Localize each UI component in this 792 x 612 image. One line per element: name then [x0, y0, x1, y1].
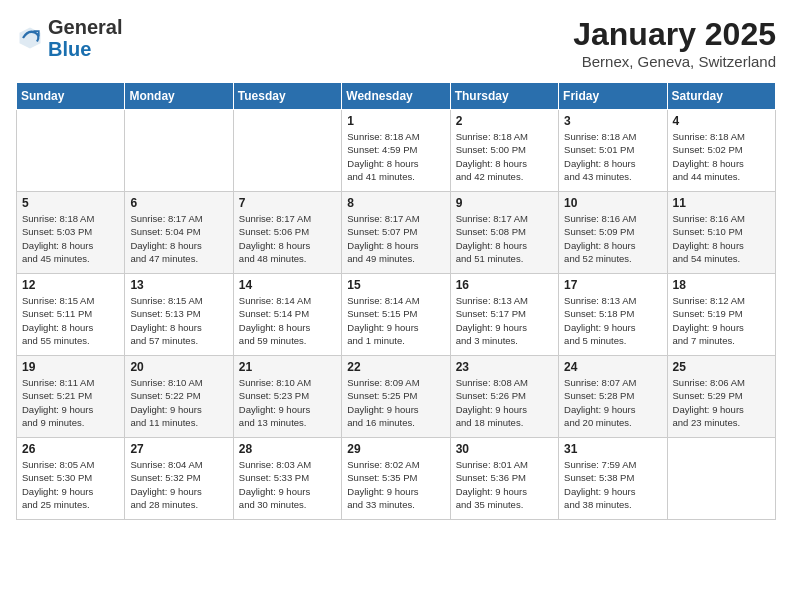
calendar-cell: 15Sunrise: 8:14 AM Sunset: 5:15 PM Dayli…: [342, 274, 450, 356]
day-info: Sunrise: 8:18 AM Sunset: 5:02 PM Dayligh…: [673, 130, 770, 183]
day-info: Sunrise: 8:05 AM Sunset: 5:30 PM Dayligh…: [22, 458, 119, 511]
day-number: 22: [347, 360, 444, 374]
day-number: 27: [130, 442, 227, 456]
day-number: 2: [456, 114, 553, 128]
header-day: Tuesday: [233, 83, 341, 110]
calendar-cell: 14Sunrise: 8:14 AM Sunset: 5:14 PM Dayli…: [233, 274, 341, 356]
calendar-cell: [233, 110, 341, 192]
day-number: 23: [456, 360, 553, 374]
calendar-cell: 16Sunrise: 8:13 AM Sunset: 5:17 PM Dayli…: [450, 274, 558, 356]
day-number: 1: [347, 114, 444, 128]
calendar-cell: 9Sunrise: 8:17 AM Sunset: 5:08 PM Daylig…: [450, 192, 558, 274]
calendar-week-row: 1Sunrise: 8:18 AM Sunset: 4:59 PM Daylig…: [17, 110, 776, 192]
logo-text: General Blue: [48, 16, 122, 60]
day-number: 11: [673, 196, 770, 210]
header-day: Wednesday: [342, 83, 450, 110]
calendar-subtitle: Bernex, Geneva, Switzerland: [573, 53, 776, 70]
day-number: 16: [456, 278, 553, 292]
day-number: 7: [239, 196, 336, 210]
calendar-body: 1Sunrise: 8:18 AM Sunset: 4:59 PM Daylig…: [17, 110, 776, 520]
logo-icon: [16, 24, 44, 52]
day-info: Sunrise: 8:17 AM Sunset: 5:08 PM Dayligh…: [456, 212, 553, 265]
header-day: Thursday: [450, 83, 558, 110]
header-row: SundayMondayTuesdayWednesdayThursdayFrid…: [17, 83, 776, 110]
day-info: Sunrise: 8:11 AM Sunset: 5:21 PM Dayligh…: [22, 376, 119, 429]
day-info: Sunrise: 8:13 AM Sunset: 5:17 PM Dayligh…: [456, 294, 553, 347]
day-number: 6: [130, 196, 227, 210]
day-number: 14: [239, 278, 336, 292]
day-number: 28: [239, 442, 336, 456]
calendar-week-row: 12Sunrise: 8:15 AM Sunset: 5:11 PM Dayli…: [17, 274, 776, 356]
day-info: Sunrise: 8:04 AM Sunset: 5:32 PM Dayligh…: [130, 458, 227, 511]
day-info: Sunrise: 7:59 AM Sunset: 5:38 PM Dayligh…: [564, 458, 661, 511]
calendar-cell: 1Sunrise: 8:18 AM Sunset: 4:59 PM Daylig…: [342, 110, 450, 192]
calendar-cell: 27Sunrise: 8:04 AM Sunset: 5:32 PM Dayli…: [125, 438, 233, 520]
title-block: January 2025 Bernex, Geneva, Switzerland: [573, 16, 776, 70]
day-number: 29: [347, 442, 444, 456]
calendar-cell: 10Sunrise: 8:16 AM Sunset: 5:09 PM Dayli…: [559, 192, 667, 274]
day-number: 15: [347, 278, 444, 292]
day-number: 20: [130, 360, 227, 374]
day-info: Sunrise: 8:09 AM Sunset: 5:25 PM Dayligh…: [347, 376, 444, 429]
page-header: General Blue January 2025 Bernex, Geneva…: [16, 16, 776, 70]
calendar-cell: 3Sunrise: 8:18 AM Sunset: 5:01 PM Daylig…: [559, 110, 667, 192]
day-info: Sunrise: 8:02 AM Sunset: 5:35 PM Dayligh…: [347, 458, 444, 511]
day-number: 18: [673, 278, 770, 292]
day-info: Sunrise: 8:16 AM Sunset: 5:10 PM Dayligh…: [673, 212, 770, 265]
day-number: 31: [564, 442, 661, 456]
calendar-cell: 30Sunrise: 8:01 AM Sunset: 5:36 PM Dayli…: [450, 438, 558, 520]
day-number: 24: [564, 360, 661, 374]
calendar-cell: [125, 110, 233, 192]
day-info: Sunrise: 8:14 AM Sunset: 5:15 PM Dayligh…: [347, 294, 444, 347]
calendar-cell: 26Sunrise: 8:05 AM Sunset: 5:30 PM Dayli…: [17, 438, 125, 520]
day-info: Sunrise: 8:17 AM Sunset: 5:07 PM Dayligh…: [347, 212, 444, 265]
day-info: Sunrise: 8:17 AM Sunset: 5:06 PM Dayligh…: [239, 212, 336, 265]
calendar-cell: 17Sunrise: 8:13 AM Sunset: 5:18 PM Dayli…: [559, 274, 667, 356]
calendar-cell: [17, 110, 125, 192]
day-info: Sunrise: 8:06 AM Sunset: 5:29 PM Dayligh…: [673, 376, 770, 429]
calendar-cell: 12Sunrise: 8:15 AM Sunset: 5:11 PM Dayli…: [17, 274, 125, 356]
day-number: 17: [564, 278, 661, 292]
calendar-week-row: 5Sunrise: 8:18 AM Sunset: 5:03 PM Daylig…: [17, 192, 776, 274]
calendar-cell: 21Sunrise: 8:10 AM Sunset: 5:23 PM Dayli…: [233, 356, 341, 438]
calendar-cell: 29Sunrise: 8:02 AM Sunset: 5:35 PM Dayli…: [342, 438, 450, 520]
day-number: 9: [456, 196, 553, 210]
day-info: Sunrise: 8:16 AM Sunset: 5:09 PM Dayligh…: [564, 212, 661, 265]
calendar-cell: 19Sunrise: 8:11 AM Sunset: 5:21 PM Dayli…: [17, 356, 125, 438]
day-info: Sunrise: 8:17 AM Sunset: 5:04 PM Dayligh…: [130, 212, 227, 265]
day-info: Sunrise: 8:14 AM Sunset: 5:14 PM Dayligh…: [239, 294, 336, 347]
day-info: Sunrise: 8:08 AM Sunset: 5:26 PM Dayligh…: [456, 376, 553, 429]
day-number: 21: [239, 360, 336, 374]
day-info: Sunrise: 8:18 AM Sunset: 4:59 PM Dayligh…: [347, 130, 444, 183]
day-number: 12: [22, 278, 119, 292]
calendar-cell: 31Sunrise: 7:59 AM Sunset: 5:38 PM Dayli…: [559, 438, 667, 520]
logo: General Blue: [16, 16, 122, 60]
calendar-cell: 22Sunrise: 8:09 AM Sunset: 5:25 PM Dayli…: [342, 356, 450, 438]
calendar-cell: 8Sunrise: 8:17 AM Sunset: 5:07 PM Daylig…: [342, 192, 450, 274]
calendar-week-row: 19Sunrise: 8:11 AM Sunset: 5:21 PM Dayli…: [17, 356, 776, 438]
day-info: Sunrise: 8:07 AM Sunset: 5:28 PM Dayligh…: [564, 376, 661, 429]
header-day: Monday: [125, 83, 233, 110]
day-number: 4: [673, 114, 770, 128]
day-number: 8: [347, 196, 444, 210]
day-number: 19: [22, 360, 119, 374]
day-info: Sunrise: 8:10 AM Sunset: 5:22 PM Dayligh…: [130, 376, 227, 429]
calendar-header: SundayMondayTuesdayWednesdayThursdayFrid…: [17, 83, 776, 110]
day-info: Sunrise: 8:15 AM Sunset: 5:11 PM Dayligh…: [22, 294, 119, 347]
calendar-cell: 24Sunrise: 8:07 AM Sunset: 5:28 PM Dayli…: [559, 356, 667, 438]
day-info: Sunrise: 8:12 AM Sunset: 5:19 PM Dayligh…: [673, 294, 770, 347]
calendar-cell: 2Sunrise: 8:18 AM Sunset: 5:00 PM Daylig…: [450, 110, 558, 192]
calendar-cell: 25Sunrise: 8:06 AM Sunset: 5:29 PM Dayli…: [667, 356, 775, 438]
day-number: 25: [673, 360, 770, 374]
calendar-cell: 5Sunrise: 8:18 AM Sunset: 5:03 PM Daylig…: [17, 192, 125, 274]
day-info: Sunrise: 8:13 AM Sunset: 5:18 PM Dayligh…: [564, 294, 661, 347]
day-number: 10: [564, 196, 661, 210]
day-info: Sunrise: 8:01 AM Sunset: 5:36 PM Dayligh…: [456, 458, 553, 511]
header-day: Sunday: [17, 83, 125, 110]
calendar-cell: 11Sunrise: 8:16 AM Sunset: 5:10 PM Dayli…: [667, 192, 775, 274]
header-day: Friday: [559, 83, 667, 110]
calendar-cell: [667, 438, 775, 520]
day-number: 30: [456, 442, 553, 456]
day-number: 3: [564, 114, 661, 128]
day-info: Sunrise: 8:15 AM Sunset: 5:13 PM Dayligh…: [130, 294, 227, 347]
